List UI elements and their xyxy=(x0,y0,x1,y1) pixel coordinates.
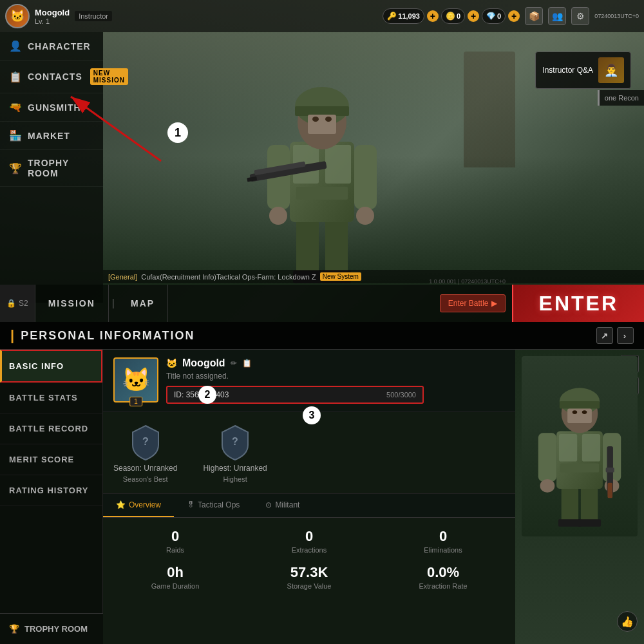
svg-rect-6 xyxy=(325,145,351,184)
militant-icon: ⊙ xyxy=(265,500,272,509)
stat-raids: 0 Raids xyxy=(113,528,237,554)
recon-label: one Recon xyxy=(605,94,639,102)
stat-storage-value: 57.3K Storage Value xyxy=(247,564,371,590)
market-icon: 🏪 xyxy=(9,129,23,142)
coin-icon: 🪙 xyxy=(446,12,455,21)
extractions-value: 0 xyxy=(305,528,313,545)
extraction-rate-value: 0.0% xyxy=(427,564,459,581)
eliminations-label: Eliminations xyxy=(424,546,462,554)
scene-structure xyxy=(464,52,515,167)
right-character-panel: 💬 ✓ xyxy=(515,350,644,644)
top-bar: 🐱 Moogold Lv. 1 Instructor 🔑 11,093 + 🪙 … xyxy=(0,0,644,32)
sidebar-item-contacts[interactable]: 📋 CONTACTS New Mission xyxy=(0,61,103,93)
character-icon: 👤 xyxy=(9,40,23,52)
sidebar-item-market[interactable]: 🏪 MARKET xyxy=(0,122,103,150)
enter-battle-label: Enter Battle xyxy=(448,299,489,308)
menu-item-rating-history[interactable]: RATING HISTORY xyxy=(0,475,102,506)
player-avatar[interactable]: 🐱 xyxy=(5,4,30,28)
friends-button[interactable]: 👥 xyxy=(548,7,566,25)
menu-item-battle-stats[interactable]: BATTLE STATS xyxy=(0,383,102,413)
inventory-button[interactable]: 📦 xyxy=(525,7,543,25)
chat-tag: [General] xyxy=(108,273,137,281)
battle-record-label: BATTLE RECORD xyxy=(9,424,88,433)
instructor-panel-label: Instructor Q&A xyxy=(542,66,593,75)
svg-point-42 xyxy=(582,410,587,414)
instructor-avatar: 👨‍💼 xyxy=(598,57,624,83)
add-coin-button[interactable]: + xyxy=(468,10,479,22)
raids-label: Raids xyxy=(166,546,184,554)
svg-rect-14 xyxy=(295,106,349,116)
add-gold-button[interactable]: + xyxy=(427,10,439,22)
menu-item-merit-score[interactable]: MERIT SCORE xyxy=(0,444,102,475)
bottom-section: PERSONAL INFORMATION ↗ › BASIC INFO BATT… xyxy=(0,322,644,644)
svg-rect-45 xyxy=(607,483,612,498)
stat-eliminations: 0 Eliminations xyxy=(381,528,505,554)
annotation-3: 3 xyxy=(303,406,321,424)
id-bar-wrapper: ID: 3563216403 500/3000 xyxy=(166,386,505,404)
chevron-right-button[interactable]: › xyxy=(617,327,634,344)
enter-big-button[interactable]: ENTER xyxy=(512,285,644,322)
menu-item-battle-record[interactable]: BATTLE RECORD xyxy=(0,413,102,444)
basic-info-label: BASIC INFO xyxy=(9,361,64,371)
svg-rect-7 xyxy=(296,187,348,200)
tactical-ops-label: Tactical Ops xyxy=(198,500,240,509)
chat-bar: [General] Cufax(Recruitment Info)Tactica… xyxy=(103,270,644,283)
sidebar-item-character[interactable]: 👤 CHARACTER xyxy=(0,32,103,61)
rank-item-season: ? Season: Unranked Season's Best xyxy=(113,422,177,483)
enter-battle-button[interactable]: Enter Battle ▶ xyxy=(440,294,506,312)
svg-text:?: ? xyxy=(142,436,149,447)
svg-rect-15 xyxy=(308,115,336,134)
sidebar-character-label: CHARACTER xyxy=(28,41,91,52)
thumbs-up-button[interactable]: 👍 xyxy=(617,611,638,632)
mission-button[interactable]: MISSION xyxy=(35,285,109,322)
extraction-rate-label: Extraction Rate xyxy=(419,582,467,590)
annotation-2: 2 xyxy=(198,386,216,404)
tab-tactical-ops[interactable]: 🎖 Tactical Ops xyxy=(174,494,252,517)
menu-item-basic-info[interactable]: BASIC INFO xyxy=(0,350,102,383)
profile-title: Title not assigned. xyxy=(166,372,505,381)
gold-icon: 🔑 xyxy=(387,12,397,21)
profile-details: 🐱 Moogold ✏ 📋 Title not assigned. ID: 35… xyxy=(166,357,505,404)
tab-overview[interactable]: ⭐ Overview xyxy=(103,494,174,517)
profile-level-badge: 1 xyxy=(129,397,142,406)
copy-icon[interactable]: 📋 xyxy=(242,359,252,368)
player-level: Lv. 1 xyxy=(35,17,70,25)
personal-info-header: PERSONAL INFORMATION ↗ › xyxy=(0,322,644,350)
trophy-icon: 🏆 xyxy=(9,162,23,175)
lock-icon: 🔒 xyxy=(6,299,16,308)
bottom-layout: BASIC INFO BATTLE STATS BATTLE RECORD ME… xyxy=(0,350,644,644)
id-capacity: 500/3000 xyxy=(386,391,416,399)
rank-season-sublabel: Season's Best xyxy=(123,475,168,483)
cat-badge-icon: 🐱 xyxy=(166,358,177,368)
trophy-room-label: Trophy Room xyxy=(24,624,88,634)
add-gem-button[interactable]: + xyxy=(508,10,520,22)
chat-message: Cufax(Recruitment Info)Tactical Ops-Farm… xyxy=(141,273,316,281)
player-info: Moogold Lv. 1 xyxy=(35,8,70,25)
svg-point-16 xyxy=(312,117,319,122)
edit-icon[interactable]: ✏ xyxy=(231,359,237,368)
tab-militant[interactable]: ⊙ Militant xyxy=(252,494,312,517)
extractions-label: Extractions xyxy=(292,546,327,554)
main-content: 2 🐱 1 🐱 Moogold ✏ 📋 Title not assign xyxy=(103,350,515,644)
character-figure xyxy=(522,356,638,536)
share-button[interactable]: ↗ xyxy=(596,327,613,344)
raids-value: 0 xyxy=(171,528,179,545)
svg-point-35 xyxy=(540,479,555,493)
settings-button[interactable]: ⚙ xyxy=(571,7,589,25)
rank-highest-sublabel: Highest xyxy=(223,475,247,483)
player-name: Moogold xyxy=(35,8,70,17)
sidebar-item-trophy-room[interactable]: 🏆 TROPHY ROOM xyxy=(0,150,103,187)
sidebar-item-gunsmith[interactable]: 🔫 GUNSMITH xyxy=(0,93,103,122)
profile-name-row: 🐱 Moogold ✏ 📋 xyxy=(166,357,505,369)
svg-rect-40 xyxy=(567,408,592,423)
stat-extractions: 0 Extractions xyxy=(247,528,371,554)
map-button[interactable]: MAP xyxy=(118,285,168,322)
nav-divider: | xyxy=(109,298,118,309)
game-duration-value: 0h xyxy=(167,564,184,581)
instructor-panel[interactable]: Instructor Q&A 👨‍💼 xyxy=(535,52,631,89)
soldier-svg xyxy=(232,39,412,283)
svg-rect-31 xyxy=(582,434,600,462)
eliminations-value: 0 xyxy=(439,528,447,545)
trophy-room-button[interactable]: 🏆 Trophy Room xyxy=(0,613,103,644)
currency-gem: 💎 0 xyxy=(482,8,506,24)
